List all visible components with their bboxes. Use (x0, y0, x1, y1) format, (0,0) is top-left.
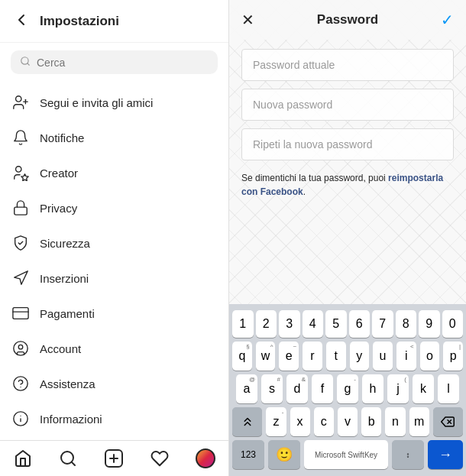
close-button[interactable]: ✕ (241, 11, 254, 29)
profile-button[interactable] (196, 448, 215, 468)
key-h[interactable]: h (362, 374, 383, 403)
confirm-password-wrapper (241, 128, 454, 160)
key-d[interactable]: &d (286, 374, 308, 403)
bottom-nav (0, 440, 228, 476)
current-password-wrapper (241, 49, 454, 81)
nav-label-creator: Creator (40, 167, 78, 180)
back-button[interactable] (12, 11, 31, 31)
password-form: Se dimentichi la tua password, puoi reim… (229, 40, 466, 211)
key-f[interactable]: f (312, 374, 333, 403)
nav-label-notifications: Notifiche (40, 131, 84, 144)
nav-label-ads: Inserzioni (40, 272, 89, 285)
lock-icon (12, 199, 29, 216)
avatar (196, 448, 215, 468)
info-circle-icon (12, 410, 29, 427)
key-b[interactable]: b (361, 407, 381, 436)
key-e[interactable]: ~e (279, 342, 299, 371)
right-panel: ✕ Password ✓ Se dimentichi la tua passwo… (229, 0, 466, 476)
svg-rect-7 (15, 207, 28, 215)
key-g[interactable]: -g (337, 374, 358, 403)
key-j[interactable]: (j (387, 374, 409, 403)
key-4[interactable]: 4 (303, 310, 324, 338)
card-icon (12, 305, 29, 322)
help-circle-icon (12, 375, 29, 392)
nav-item-info[interactable]: Informazioni (0, 401, 228, 436)
megaphone-icon (12, 270, 29, 287)
new-password-input[interactable] (242, 89, 453, 120)
key-n[interactable]: n (385, 407, 405, 436)
key-5[interactable]: 5 (325, 310, 347, 338)
nav-item-notifications[interactable]: Notifiche (0, 120, 228, 155)
key-c[interactable]: c (314, 407, 334, 436)
add-button[interactable] (104, 448, 124, 468)
nav-item-follow[interactable]: Segui e invita gli amici (0, 85, 228, 120)
current-password-input[interactable] (242, 50, 453, 80)
key-3[interactable]: 3 (279, 310, 300, 338)
key-6[interactable]: 6 (349, 310, 371, 338)
nav-item-payments[interactable]: Pagamenti (0, 296, 228, 331)
password-title: Password (317, 12, 378, 28)
key-8[interactable]: 8 (396, 310, 417, 338)
key-2[interactable]: 2 (256, 310, 277, 338)
key-9[interactable]: 9 (419, 310, 440, 338)
key-p[interactable]: |p (443, 342, 463, 371)
home-button[interactable] (14, 449, 32, 468)
key-i[interactable]: <i (396, 342, 416, 371)
key-7[interactable]: 7 (372, 310, 393, 338)
key-o[interactable]: o (420, 342, 440, 371)
svg-line-23 (71, 462, 74, 465)
keyboard-row-1: §q ^w ~e r t y u <i o |p (232, 342, 463, 371)
svg-rect-8 (13, 308, 28, 319)
space-button[interactable]: Microsoft SwiftKey (304, 440, 388, 469)
nav-item-account[interactable]: Account (0, 331, 228, 366)
delete-button[interactable] (433, 407, 463, 436)
svg-point-5 (16, 167, 21, 172)
key-z[interactable]: -z (266, 407, 286, 436)
svg-marker-6 (21, 174, 28, 181)
nav-label-help: Assistenza (40, 377, 95, 390)
shield-icon (12, 235, 29, 251)
nav-item-privacy[interactable]: Privacy (0, 190, 228, 225)
key-t[interactable]: t (326, 342, 346, 371)
left-panel: Impostazioni Segui e invita gli amici (0, 0, 229, 476)
key-s[interactable]: #s (261, 374, 283, 403)
mic-button[interactable]: ↕ (392, 440, 424, 469)
key-w[interactable]: ^w (256, 342, 276, 371)
svg-point-12 (14, 377, 28, 390)
key-m[interactable]: m (409, 407, 429, 436)
settings-title: Impostazioni (40, 14, 119, 29)
key-u[interactable]: u (373, 342, 393, 371)
nav-item-security[interactable]: Sicurezza (0, 225, 228, 261)
confirm-button[interactable]: ✓ (441, 11, 454, 29)
nav-item-ads[interactable]: Inserzioni (0, 261, 228, 296)
key-k[interactable]: k (413, 374, 434, 403)
key-l[interactable]: l (438, 374, 459, 403)
nav-label-privacy: Privacy (40, 202, 77, 215)
key-x[interactable]: x (290, 407, 310, 436)
person-star-icon (12, 164, 29, 181)
heart-button[interactable] (150, 449, 169, 468)
key-r[interactable]: r (303, 342, 322, 371)
search-button[interactable] (59, 449, 77, 468)
search-input[interactable] (37, 57, 209, 69)
nav-item-help[interactable]: Assistenza (0, 366, 228, 401)
key-v[interactable]: v (338, 407, 358, 436)
nav-item-creator[interactable]: Creator (0, 155, 228, 190)
nav-label-security: Sicurezza (40, 237, 90, 250)
confirm-password-input[interactable] (242, 129, 453, 160)
emoji-button[interactable]: 🙂 (268, 440, 300, 469)
return-button[interactable]: → (428, 440, 463, 469)
shift-button[interactable] (232, 407, 262, 436)
key-q[interactable]: §q (232, 342, 252, 371)
key-0[interactable]: 0 (442, 310, 464, 338)
right-content: ✕ Password ✓ Se dimentichi la tua passwo… (229, 0, 466, 476)
key-1[interactable]: 1 (232, 310, 254, 338)
nav-label-account: Account (40, 342, 81, 355)
forgot-password-text: Se dimentichi la tua password, puoi reim… (241, 168, 454, 202)
key-123[interactable]: 123 (232, 440, 264, 469)
key-y[interactable]: y (350, 342, 370, 371)
svg-point-11 (18, 345, 23, 349)
key-a[interactable]: @a (236, 374, 257, 403)
search-bar[interactable] (11, 50, 218, 74)
password-header: ✕ Password ✓ (229, 0, 466, 40)
